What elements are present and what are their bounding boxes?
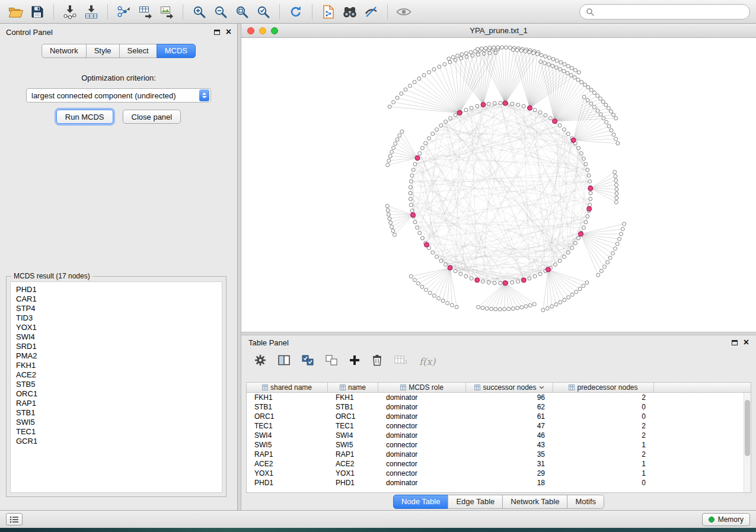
graph-leaf-node[interactable] — [519, 49, 523, 53]
graph-leaf-node[interactable] — [620, 232, 623, 236]
column-header-MCDS-role[interactable]: MCDS role — [378, 383, 466, 392]
graph-leaf-node[interactable] — [615, 192, 618, 196]
graph-hub-node[interactable] — [481, 102, 486, 107]
graph-ring-node[interactable] — [459, 272, 462, 275]
graph-ring-node[interactable] — [586, 214, 589, 218]
graph-leaf-node[interactable] — [400, 130, 404, 133]
graph-leaf-node[interactable] — [612, 113, 615, 117]
graph-leaf-node[interactable] — [607, 107, 610, 110]
graph-leaf-node[interactable] — [577, 70, 580, 74]
column-header-name[interactable]: name — [328, 383, 378, 392]
graph-ring-node[interactable] — [413, 220, 417, 224]
graph-ring-node[interactable] — [476, 104, 479, 108]
graph-leaf-node[interactable] — [507, 307, 511, 311]
graph-leaf-node[interactable] — [589, 102, 593, 105]
graph-leaf-node[interactable] — [398, 134, 401, 137]
mcds-result-item[interactable]: RAP1 — [16, 399, 216, 408]
graph-leaf-node[interactable] — [589, 88, 593, 92]
mcds-result-item[interactable]: ORC1 — [16, 389, 216, 399]
graph-leaf-node[interactable] — [562, 69, 566, 73]
graph-leaf-node[interactable] — [599, 97, 602, 101]
graph-ring-node[interactable] — [587, 174, 591, 177]
graph-ring-node[interactable] — [435, 255, 439, 259]
mcds-result-item[interactable]: TID3 — [16, 313, 216, 323]
graph-leaf-node[interactable] — [432, 294, 436, 297]
mcds-result-item[interactable]: STB5 — [16, 380, 216, 389]
import-network-button[interactable] — [60, 2, 80, 21]
graph-leaf-node[interactable] — [614, 137, 618, 141]
graph-leaf-node[interactable] — [593, 91, 596, 95]
graph-ring-node[interactable] — [538, 272, 542, 275]
mcds-result-item[interactable]: STB1 — [16, 408, 216, 418]
mcds-result-item[interactable]: ACE2 — [16, 370, 216, 380]
graph-leaf-node[interactable] — [576, 78, 580, 82]
graph-ring-node[interactable] — [424, 142, 428, 145]
graph-ring-node[interactable] — [487, 281, 490, 284]
mcds-result-item[interactable]: CAR1 — [16, 294, 216, 304]
table-row[interactable]: SWI5SWI5connector431 — [247, 440, 751, 450]
zoom-fit-button[interactable] — [232, 2, 252, 21]
graph-hub-node[interactable] — [571, 138, 576, 143]
table-scrollbar[interactable] — [744, 393, 751, 492]
graph-leaf-node[interactable] — [428, 70, 431, 74]
graph-ring-node[interactable] — [454, 113, 457, 117]
search-network-button[interactable] — [340, 2, 360, 21]
graph-leaf-node[interactable] — [492, 46, 496, 49]
table-row[interactable]: YOX1YOX1connector291 — [247, 469, 751, 478]
graph-ring-node[interactable] — [409, 191, 412, 195]
graph-leaf-node[interactable] — [496, 46, 500, 49]
graph-leaf-node[interactable] — [484, 46, 487, 50]
graph-ring-node[interactable] — [588, 180, 592, 183]
graph-leaf-node[interactable] — [476, 53, 480, 56]
graph-ring-node[interactable] — [410, 209, 414, 213]
graph-leaf-node[interactable] — [447, 57, 451, 60]
graph-ring-node[interactable] — [563, 128, 566, 132]
tab-mcds[interactable]: MCDS — [157, 44, 196, 58]
graph-leaf-node[interactable] — [456, 54, 460, 57]
graph-leaf-node[interactable] — [388, 105, 391, 108]
graph-leaf-node[interactable] — [615, 187, 618, 191]
tab-edge-table[interactable]: Edge Table — [448, 495, 503, 509]
graph-ring-node[interactable] — [528, 277, 531, 280]
graph-leaf-node[interactable] — [413, 81, 416, 84]
graph-ring-node[interactable] — [563, 255, 566, 259]
export-table-button[interactable] — [135, 2, 155, 21]
graph-ring-node[interactable] — [427, 137, 430, 140]
graph-ring-node[interactable] — [544, 113, 547, 117]
graph-ring-node[interactable] — [464, 108, 468, 112]
graph-ring-node[interactable] — [577, 146, 580, 150]
graph-ring-node[interactable] — [420, 146, 424, 150]
graph-leaf-node[interactable] — [416, 281, 420, 285]
graph-leaf-node[interactable] — [612, 133, 615, 136]
graph-leaf-node[interactable] — [417, 77, 421, 81]
graph-leaf-node[interactable] — [599, 269, 603, 273]
graph-ring-node[interactable] — [511, 281, 514, 284]
graph-leaf-node[interactable] — [408, 84, 412, 88]
window-zoom-button[interactable] — [271, 27, 278, 34]
graph-ring-node[interactable] — [511, 102, 514, 105]
graph-ring-node[interactable] — [464, 274, 468, 278]
graph-ring-node[interactable] — [533, 108, 537, 112]
graph-leaf-node[interactable] — [539, 60, 543, 63]
graph-leaf-node[interactable] — [393, 233, 396, 236]
graph-ring-node[interactable] — [566, 132, 570, 136]
network-graph[interactable] — [241, 38, 756, 332]
graph-leaf-node[interactable] — [613, 170, 617, 174]
tab-select[interactable]: Select — [119, 44, 157, 58]
graph-ring-node[interactable] — [548, 117, 552, 120]
graph-leaf-node[interactable] — [428, 291, 432, 294]
graph-ring-node[interactable] — [409, 197, 412, 201]
graph-leaf-node[interactable] — [599, 113, 602, 116]
save-session-button[interactable] — [27, 2, 47, 21]
graph-leaf-node[interactable] — [504, 46, 508, 49]
graph-ring-node[interactable] — [444, 120, 448, 123]
graph-hub-node[interactable] — [546, 267, 551, 272]
mcds-result-item[interactable]: SWI5 — [16, 418, 216, 427]
graph-leaf-node[interactable] — [544, 55, 547, 58]
graph-ring-node[interactable] — [413, 162, 417, 166]
mcds-result-item[interactable]: FKH1 — [16, 361, 216, 370]
mcds-result-item[interactable]: PHD1 — [16, 285, 216, 294]
graph-leaf-node[interactable] — [477, 305, 480, 309]
column-header-successor-nodes[interactable]: successor nodes — [466, 383, 553, 392]
graph-hub-node[interactable] — [587, 206, 592, 211]
